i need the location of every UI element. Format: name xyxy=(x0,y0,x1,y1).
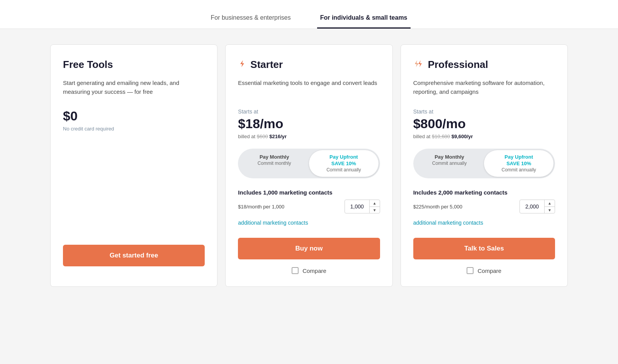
card-starter-price: $18/mo xyxy=(238,116,380,131)
card-professional-toggle-upfront-sub: Commit annually xyxy=(489,167,549,173)
card-professional-billing-toggle: Pay Monthly Commit annually Pay Upfront … xyxy=(413,149,555,178)
card-starter-stepper-up[interactable]: ▲ xyxy=(370,200,380,207)
tab-individuals[interactable]: For individuals & small teams xyxy=(317,14,411,29)
card-starter: Starter Essential marketing tools to eng… xyxy=(225,44,392,287)
card-professional-toggle-monthly-label: Pay Monthly xyxy=(419,154,480,161)
card-free-no-cc: No credit card required xyxy=(63,126,205,132)
card-free: Free Tools Start generating and emailing… xyxy=(50,44,217,287)
card-starter-toggle-save: SAVE 10% xyxy=(314,161,374,167)
starter-lightning-icon xyxy=(238,59,246,70)
card-professional-billing: billed at $10,680 $9,600/yr xyxy=(413,134,555,139)
card-starter-additional-link[interactable]: additional marketing contacts xyxy=(238,219,380,227)
card-free-title-row: Free Tools xyxy=(63,59,205,71)
card-free-title: Free Tools xyxy=(63,59,113,71)
card-professional-toggle-monthly-sub: Commit annually xyxy=(419,161,480,167)
card-starter-includes: Includes 1,000 marketing contacts xyxy=(238,189,380,196)
card-starter-toggle-upfront-sub: Commit annually xyxy=(314,167,374,173)
card-starter-contacts-row: $18/month per 1,000 1,000 ▲ ▼ xyxy=(238,200,380,213)
card-starter-compare-row: Compare xyxy=(238,267,380,274)
card-starter-toggle-monthly-label: Pay Monthly xyxy=(244,154,304,161)
card-starter-stepper-value: 1,000 xyxy=(345,203,369,210)
card-starter-compare-label: Compare xyxy=(302,267,326,274)
card-starter-contacts-price: $18/month per 1,000 xyxy=(238,204,284,210)
card-professional-compare-label: Compare xyxy=(477,267,501,274)
card-professional-title-row: Professional xyxy=(413,59,555,71)
card-starter-toggle-upfront[interactable]: Pay Upfront SAVE 10% Commit annually xyxy=(309,150,379,177)
card-professional-compare-row: Compare xyxy=(413,267,555,274)
card-professional-compare-checkbox[interactable] xyxy=(467,267,474,274)
card-starter-stepper-down[interactable]: ▼ xyxy=(370,207,380,213)
card-professional-description: Comprehensive marketing software for aut… xyxy=(413,78,555,98)
card-professional-cta[interactable]: Talk to Sales xyxy=(413,238,555,259)
card-professional-starts-at: Starts at xyxy=(413,108,555,115)
card-starter-title: Starter xyxy=(250,59,283,71)
card-starter-new-price: $216/yr xyxy=(269,134,287,139)
tab-businesses[interactable]: For businesses & enterprises xyxy=(207,14,294,29)
card-starter-billing-toggle: Pay Monthly Commit monthly Pay Upfront S… xyxy=(238,149,380,178)
card-starter-stepper[interactable]: 1,000 ▲ ▼ xyxy=(345,200,380,213)
card-professional-stepper-up[interactable]: ▲ xyxy=(545,200,555,207)
card-professional: Professional Comprehensive marketing sof… xyxy=(401,44,568,287)
card-professional-stepper[interactable]: 2,000 ▲ ▼ xyxy=(520,200,555,213)
svg-marker-1 xyxy=(415,60,418,67)
card-professional-new-price: $9,600/yr xyxy=(452,134,473,139)
card-professional-title: Professional xyxy=(428,59,488,71)
card-starter-compare-checkbox[interactable] xyxy=(292,267,299,274)
card-professional-toggle-upfront[interactable]: Pay Upfront SAVE 10% Commit annually xyxy=(484,150,553,177)
card-starter-title-row: Starter xyxy=(238,59,380,71)
card-professional-stepper-value: 2,000 xyxy=(520,203,544,210)
card-starter-toggle-monthly[interactable]: Pay Monthly Commit monthly xyxy=(239,150,309,177)
card-professional-additional-link[interactable]: additional marketing contacts xyxy=(413,219,555,227)
professional-lightning-icon xyxy=(413,59,424,70)
card-professional-stepper-down[interactable]: ▼ xyxy=(545,207,555,213)
card-starter-cta[interactable]: Buy now xyxy=(238,238,380,259)
tab-bar: For businesses & enterprises For individ… xyxy=(0,0,618,29)
card-starter-starts-at: Starts at xyxy=(238,108,380,115)
card-free-cta[interactable]: Get started free xyxy=(63,245,205,266)
card-professional-price: $800/mo xyxy=(413,116,555,131)
card-professional-old-price: $10,680 xyxy=(432,134,450,139)
card-professional-toggle-monthly[interactable]: Pay Monthly Commit annually xyxy=(415,150,484,177)
card-starter-stepper-arrows: ▲ ▼ xyxy=(369,200,380,213)
card-free-price: $0 xyxy=(63,108,205,124)
svg-marker-0 xyxy=(240,60,244,67)
card-professional-toggle-save: SAVE 10% xyxy=(489,161,549,167)
card-free-description: Start generating and emailing new leads,… xyxy=(63,78,205,98)
card-starter-old-price: $600 xyxy=(257,134,268,139)
card-professional-toggle-upfront-label: Pay Upfront xyxy=(489,154,549,161)
svg-marker-2 xyxy=(418,60,422,67)
card-starter-toggle-monthly-sub: Commit monthly xyxy=(244,161,304,167)
card-starter-description: Essential marketing tools to engage and … xyxy=(238,78,380,98)
card-professional-contacts-row: $225/month per 5,000 2,000 ▲ ▼ xyxy=(413,200,555,213)
card-starter-billing: billed at $600 $216/yr xyxy=(238,134,380,139)
card-starter-toggle-upfront-label: Pay Upfront xyxy=(314,154,374,161)
card-professional-stepper-arrows: ▲ ▼ xyxy=(544,200,555,213)
card-professional-includes: Includes 2,000 marketing contacts xyxy=(413,189,555,196)
card-professional-contacts-price: $225/month per 5,000 xyxy=(413,204,462,210)
pricing-cards: Free Tools Start generating and emailing… xyxy=(39,29,579,302)
